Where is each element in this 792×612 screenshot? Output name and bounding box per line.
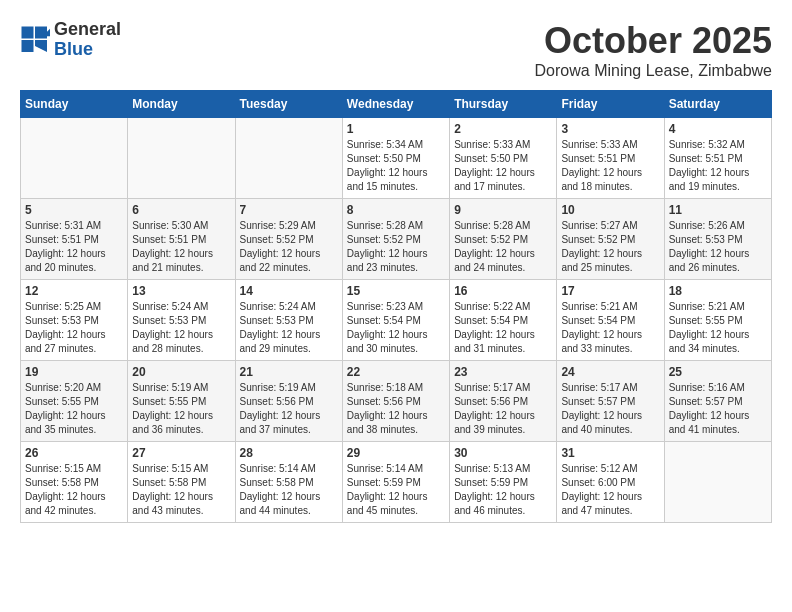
calendar-cell: 4Sunrise: 5:32 AMSunset: 5:51 PMDaylight… xyxy=(664,118,771,199)
day-number: 8 xyxy=(347,203,445,217)
day-info: Sunrise: 5:19 AMSunset: 5:56 PMDaylight:… xyxy=(240,381,338,437)
day-info: Sunrise: 5:14 AMSunset: 5:59 PMDaylight:… xyxy=(347,462,445,518)
day-number: 14 xyxy=(240,284,338,298)
day-info: Sunrise: 5:26 AMSunset: 5:53 PMDaylight:… xyxy=(669,219,767,275)
day-info: Sunrise: 5:12 AMSunset: 6:00 PMDaylight:… xyxy=(561,462,659,518)
logo-text: General Blue xyxy=(54,20,121,60)
day-info: Sunrise: 5:15 AMSunset: 5:58 PMDaylight:… xyxy=(25,462,123,518)
day-info: Sunrise: 5:24 AMSunset: 5:53 PMDaylight:… xyxy=(240,300,338,356)
calendar-cell: 9Sunrise: 5:28 AMSunset: 5:52 PMDaylight… xyxy=(450,199,557,280)
day-number: 3 xyxy=(561,122,659,136)
day-info: Sunrise: 5:34 AMSunset: 5:50 PMDaylight:… xyxy=(347,138,445,194)
calendar-cell: 7Sunrise: 5:29 AMSunset: 5:52 PMDaylight… xyxy=(235,199,342,280)
day-info: Sunrise: 5:33 AMSunset: 5:51 PMDaylight:… xyxy=(561,138,659,194)
calendar-cell xyxy=(664,442,771,523)
day-info: Sunrise: 5:25 AMSunset: 5:53 PMDaylight:… xyxy=(25,300,123,356)
calendar-cell xyxy=(235,118,342,199)
day-number: 22 xyxy=(347,365,445,379)
calendar-week-1: 1Sunrise: 5:34 AMSunset: 5:50 PMDaylight… xyxy=(21,118,772,199)
weekday-header-thursday: Thursday xyxy=(450,91,557,118)
calendar-cell: 5Sunrise: 5:31 AMSunset: 5:51 PMDaylight… xyxy=(21,199,128,280)
calendar-cell: 11Sunrise: 5:26 AMSunset: 5:53 PMDayligh… xyxy=(664,199,771,280)
day-number: 21 xyxy=(240,365,338,379)
day-info: Sunrise: 5:16 AMSunset: 5:57 PMDaylight:… xyxy=(669,381,767,437)
day-number: 25 xyxy=(669,365,767,379)
day-info: Sunrise: 5:29 AMSunset: 5:52 PMDaylight:… xyxy=(240,219,338,275)
day-number: 5 xyxy=(25,203,123,217)
day-number: 19 xyxy=(25,365,123,379)
calendar-week-4: 19Sunrise: 5:20 AMSunset: 5:55 PMDayligh… xyxy=(21,361,772,442)
logo-icon xyxy=(20,25,50,55)
calendar-cell: 12Sunrise: 5:25 AMSunset: 5:53 PMDayligh… xyxy=(21,280,128,361)
day-info: Sunrise: 5:21 AMSunset: 5:55 PMDaylight:… xyxy=(669,300,767,356)
weekday-header-wednesday: Wednesday xyxy=(342,91,449,118)
day-info: Sunrise: 5:14 AMSunset: 5:58 PMDaylight:… xyxy=(240,462,338,518)
calendar-cell: 28Sunrise: 5:14 AMSunset: 5:58 PMDayligh… xyxy=(235,442,342,523)
svg-rect-2 xyxy=(22,40,34,52)
calendar-week-2: 5Sunrise: 5:31 AMSunset: 5:51 PMDaylight… xyxy=(21,199,772,280)
title-area: October 2025 Dorowa Mining Lease, Zimbab… xyxy=(535,20,772,80)
day-number: 7 xyxy=(240,203,338,217)
day-number: 10 xyxy=(561,203,659,217)
day-info: Sunrise: 5:15 AMSunset: 5:58 PMDaylight:… xyxy=(132,462,230,518)
day-number: 27 xyxy=(132,446,230,460)
logo-blue: Blue xyxy=(54,40,121,60)
day-info: Sunrise: 5:31 AMSunset: 5:51 PMDaylight:… xyxy=(25,219,123,275)
calendar-cell xyxy=(128,118,235,199)
logo-general: General xyxy=(54,20,121,40)
day-number: 16 xyxy=(454,284,552,298)
weekday-row: SundayMondayTuesdayWednesdayThursdayFrid… xyxy=(21,91,772,118)
day-info: Sunrise: 5:22 AMSunset: 5:54 PMDaylight:… xyxy=(454,300,552,356)
day-number: 13 xyxy=(132,284,230,298)
weekday-header-friday: Friday xyxy=(557,91,664,118)
day-number: 23 xyxy=(454,365,552,379)
calendar-cell: 10Sunrise: 5:27 AMSunset: 5:52 PMDayligh… xyxy=(557,199,664,280)
day-info: Sunrise: 5:32 AMSunset: 5:51 PMDaylight:… xyxy=(669,138,767,194)
day-info: Sunrise: 5:28 AMSunset: 5:52 PMDaylight:… xyxy=(347,219,445,275)
header: General Blue October 2025 Dorowa Mining … xyxy=(20,20,772,80)
calendar-cell: 16Sunrise: 5:22 AMSunset: 5:54 PMDayligh… xyxy=(450,280,557,361)
day-number: 6 xyxy=(132,203,230,217)
day-number: 30 xyxy=(454,446,552,460)
calendar-cell: 19Sunrise: 5:20 AMSunset: 5:55 PMDayligh… xyxy=(21,361,128,442)
day-info: Sunrise: 5:28 AMSunset: 5:52 PMDaylight:… xyxy=(454,219,552,275)
weekday-header-sunday: Sunday xyxy=(21,91,128,118)
calendar-cell: 6Sunrise: 5:30 AMSunset: 5:51 PMDaylight… xyxy=(128,199,235,280)
calendar-cell: 1Sunrise: 5:34 AMSunset: 5:50 PMDaylight… xyxy=(342,118,449,199)
calendar-week-5: 26Sunrise: 5:15 AMSunset: 5:58 PMDayligh… xyxy=(21,442,772,523)
day-info: Sunrise: 5:24 AMSunset: 5:53 PMDaylight:… xyxy=(132,300,230,356)
day-number: 24 xyxy=(561,365,659,379)
calendar-cell: 22Sunrise: 5:18 AMSunset: 5:56 PMDayligh… xyxy=(342,361,449,442)
calendar-cell: 3Sunrise: 5:33 AMSunset: 5:51 PMDaylight… xyxy=(557,118,664,199)
calendar-cell: 27Sunrise: 5:15 AMSunset: 5:58 PMDayligh… xyxy=(128,442,235,523)
calendar-cell: 26Sunrise: 5:15 AMSunset: 5:58 PMDayligh… xyxy=(21,442,128,523)
calendar-body: 1Sunrise: 5:34 AMSunset: 5:50 PMDaylight… xyxy=(21,118,772,523)
weekday-header-tuesday: Tuesday xyxy=(235,91,342,118)
day-number: 2 xyxy=(454,122,552,136)
calendar-cell: 20Sunrise: 5:19 AMSunset: 5:55 PMDayligh… xyxy=(128,361,235,442)
day-number: 4 xyxy=(669,122,767,136)
day-info: Sunrise: 5:33 AMSunset: 5:50 PMDaylight:… xyxy=(454,138,552,194)
day-number: 17 xyxy=(561,284,659,298)
day-info: Sunrise: 5:17 AMSunset: 5:57 PMDaylight:… xyxy=(561,381,659,437)
day-info: Sunrise: 5:23 AMSunset: 5:54 PMDaylight:… xyxy=(347,300,445,356)
day-number: 28 xyxy=(240,446,338,460)
day-number: 29 xyxy=(347,446,445,460)
logo: General Blue xyxy=(20,20,121,60)
day-info: Sunrise: 5:19 AMSunset: 5:55 PMDaylight:… xyxy=(132,381,230,437)
calendar-cell: 14Sunrise: 5:24 AMSunset: 5:53 PMDayligh… xyxy=(235,280,342,361)
calendar-table: SundayMondayTuesdayWednesdayThursdayFrid… xyxy=(20,90,772,523)
calendar-week-3: 12Sunrise: 5:25 AMSunset: 5:53 PMDayligh… xyxy=(21,280,772,361)
day-number: 12 xyxy=(25,284,123,298)
day-info: Sunrise: 5:18 AMSunset: 5:56 PMDaylight:… xyxy=(347,381,445,437)
day-number: 20 xyxy=(132,365,230,379)
day-info: Sunrise: 5:13 AMSunset: 5:59 PMDaylight:… xyxy=(454,462,552,518)
month-title: October 2025 xyxy=(535,20,772,62)
calendar-cell: 30Sunrise: 5:13 AMSunset: 5:59 PMDayligh… xyxy=(450,442,557,523)
day-info: Sunrise: 5:21 AMSunset: 5:54 PMDaylight:… xyxy=(561,300,659,356)
weekday-header-saturday: Saturday xyxy=(664,91,771,118)
day-number: 1 xyxy=(347,122,445,136)
calendar-cell: 24Sunrise: 5:17 AMSunset: 5:57 PMDayligh… xyxy=(557,361,664,442)
calendar-cell: 31Sunrise: 5:12 AMSunset: 6:00 PMDayligh… xyxy=(557,442,664,523)
day-number: 9 xyxy=(454,203,552,217)
